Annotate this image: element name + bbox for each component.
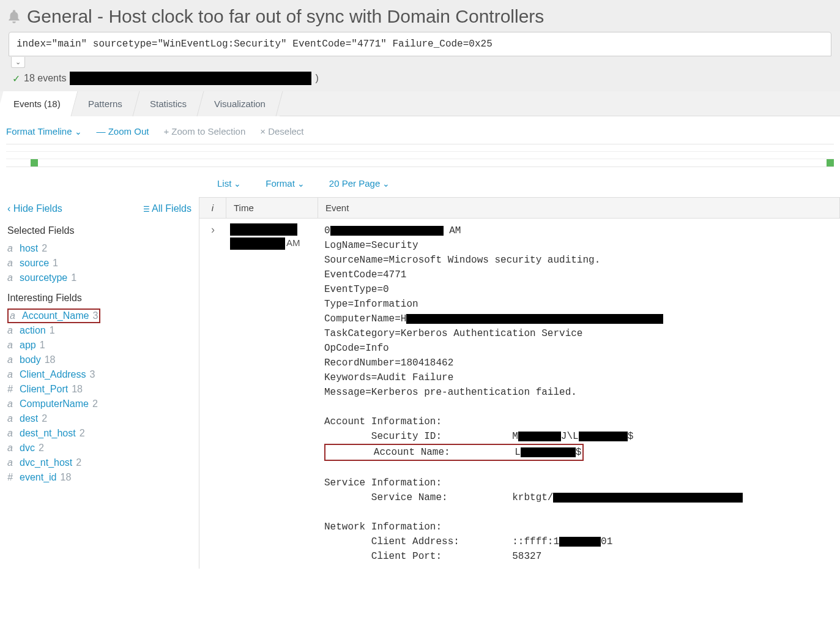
per-page-button[interactable]: 20 Per Page (329, 178, 390, 189)
events-suffix: ) (315, 73, 318, 84)
event-raw[interactable]: 0 AM LogName=Security SourceName=Microso… (318, 219, 840, 569)
search-box[interactable] (9, 32, 831, 56)
field-host[interactable]: host (20, 243, 38, 254)
format-timeline-button[interactable]: Format Timeline (6, 126, 82, 136)
zoom-out-button[interactable]: — Zoom Out (97, 126, 149, 136)
field-Client_Address[interactable]: Client_Address (20, 369, 86, 380)
tab-events[interactable]: Events (18) (0, 91, 78, 116)
field-action[interactable]: action (20, 325, 46, 336)
hide-fields-button[interactable]: Hide Fields (7, 203, 62, 214)
zoom-selection-button: + Zoom to Selection (163, 126, 245, 136)
field-dvc_nt_host[interactable]: dvc_nt_host (20, 457, 72, 468)
col-event[interactable]: Event (318, 198, 840, 218)
field-sourcetype[interactable]: sourcetype (20, 272, 67, 283)
field-dest_nt_host[interactable]: dest_nt_host (20, 428, 76, 439)
field-source[interactable]: source (20, 258, 49, 269)
event-count: 18 events (24, 73, 66, 84)
format-button[interactable]: Format (266, 178, 305, 189)
tab-statistics[interactable]: Statistics (133, 91, 204, 116)
event-time: AM (226, 219, 318, 569)
account-name-highlight: Account Name: L$ (324, 444, 584, 461)
selected-fields-heading: Selected Fields (7, 225, 191, 236)
interesting-fields-heading: Interesting Fields (7, 293, 191, 304)
field-body[interactable]: body (20, 354, 41, 365)
expand-search-icon[interactable]: ⌄ (11, 57, 25, 68)
view-list-button[interactable]: List (217, 178, 241, 189)
expand-row-icon[interactable]: › (199, 219, 226, 569)
field-app[interactable]: app (20, 340, 36, 351)
field-event_id[interactable]: event_id (20, 472, 57, 483)
fields-sidebar: Hide Fields All Fields Selected Fields a… (0, 197, 199, 569)
field-dest[interactable]: dest (20, 413, 38, 424)
col-time[interactable]: Time (226, 198, 318, 218)
tabs: Events (18) Patterns Statistics Visualiz… (0, 91, 840, 116)
tab-patterns[interactable]: Patterns (71, 91, 139, 116)
field-Client_Port[interactable]: Client_Port (20, 384, 68, 395)
field-Account_Name[interactable]: Account_Name (22, 310, 89, 321)
bell-icon (6, 9, 22, 24)
all-fields-button[interactable]: All Fields (143, 203, 191, 214)
col-info: i (199, 198, 226, 218)
field-dvc[interactable]: dvc (20, 443, 35, 454)
search-input[interactable] (17, 39, 823, 50)
deselect-button: × Deselect (260, 126, 303, 136)
tab-visualization[interactable]: Visualization (197, 91, 283, 116)
field-ComputerName[interactable]: ComputerName (20, 398, 89, 409)
redacted (70, 72, 311, 85)
timeline[interactable] (6, 144, 834, 167)
page-title: General - Host clock too far out of sync… (27, 6, 544, 27)
check-icon: ✓ (12, 73, 20, 84)
results-table: i Time Event › AM 0 AM LogName=Security … (199, 197, 840, 569)
